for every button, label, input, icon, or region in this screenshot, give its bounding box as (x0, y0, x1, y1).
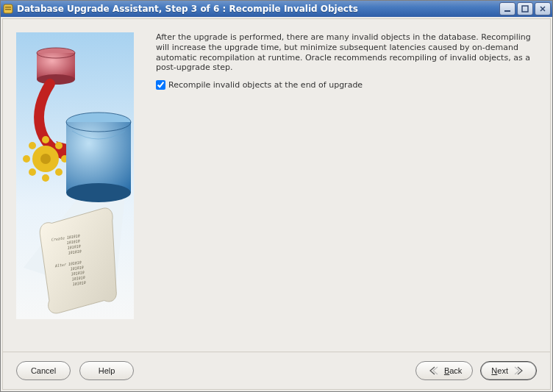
wizard-footer: Cancel Help Back Next (3, 352, 550, 389)
svg-point-13 (55, 142, 63, 149)
minimize-button[interactable] (499, 2, 515, 15)
svg-point-8 (37, 74, 75, 85)
svg-rect-4 (522, 6, 528, 12)
svg-point-24 (66, 183, 131, 202)
svg-point-12 (42, 136, 49, 143)
recompile-checkbox-label: Recompile invalid objects at the end of … (168, 80, 363, 90)
svg-rect-2 (5, 9, 11, 10)
help-button[interactable]: Help (79, 361, 134, 380)
wizard-panel: Create 101010 101010 101010 101010 Alter… (2, 18, 551, 390)
app-icon (2, 3, 14, 15)
recompile-checkbox-row[interactable]: Recompile invalid objects at the end of … (156, 80, 537, 90)
back-button-label: Back (444, 366, 462, 375)
svg-rect-1 (5, 7, 11, 8)
main-content: Create 101010 101010 101010 101010 Alter… (3, 19, 550, 352)
recompile-checkbox[interactable] (156, 80, 165, 90)
svg-point-19 (29, 142, 36, 149)
description-paragraph: After the upgrade is performed, there ar… (156, 32, 537, 73)
chevron-left-icon (427, 366, 440, 376)
text-area: After the upgrade is performed, there ar… (156, 32, 537, 349)
svg-point-16 (42, 174, 49, 182)
window: Database Upgrade Assistant, Step 3 of 6 … (0, 0, 553, 392)
cancel-button[interactable]: Cancel (16, 361, 71, 380)
svg-point-20 (40, 154, 51, 164)
svg-point-18 (23, 155, 30, 163)
svg-point-15 (55, 168, 63, 176)
chevron-right-icon (513, 366, 526, 376)
svg-point-17 (29, 168, 36, 176)
wizard-illustration: Create 101010 101010 101010 101010 Alter… (16, 32, 134, 349)
close-button[interactable] (535, 2, 551, 15)
maximize-button[interactable] (517, 2, 533, 15)
next-button[interactable]: Next (480, 361, 537, 380)
titlebar: Database Upgrade Assistant, Step 3 of 6 … (1, 1, 552, 17)
svg-rect-3 (504, 10, 510, 12)
next-button-label: Next (491, 366, 508, 375)
back-button[interactable]: Back (415, 361, 473, 380)
window-title: Database Upgrade Assistant, Step 3 of 6 … (17, 4, 499, 14)
